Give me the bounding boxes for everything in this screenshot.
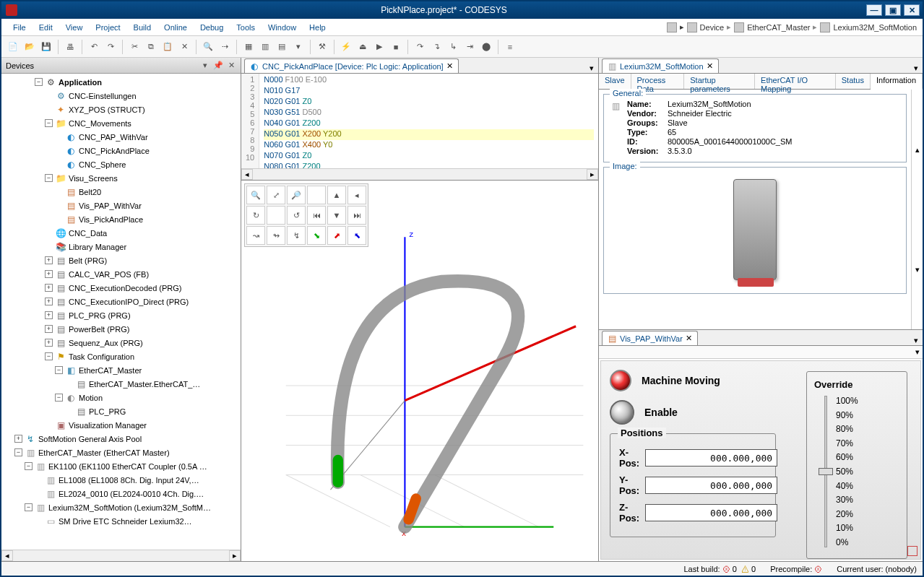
tree-item[interactable]: +CNC_ExecutionIPO_Direct (PRG) bbox=[4, 295, 241, 308]
menu-build[interactable]: Build bbox=[128, 22, 157, 33]
toggle2-btn[interactable]: ▥ bbox=[258, 40, 272, 54]
copy-btn[interactable]: ⧉ bbox=[144, 40, 158, 54]
find-btn[interactable]: 🔍 bbox=[201, 40, 215, 54]
toggle-btn[interactable]: ▦ bbox=[241, 40, 256, 54]
start-btn[interactable]: ▶ bbox=[372, 40, 387, 54]
toggle3-btn[interactable]: ▤ bbox=[275, 40, 289, 54]
subtab-status[interactable]: Status bbox=[836, 74, 871, 89]
resize-handle-icon[interactable] bbox=[907, 546, 917, 556]
subtab-ethercat-i-o-mapping[interactable]: EtherCAT I/O Mapping bbox=[755, 74, 836, 89]
tree-item[interactable]: EL2024_0010 (EL2024-0010 4Ch. Dig.… bbox=[4, 487, 241, 500]
tab-dropdown-icon[interactable]: ▾ bbox=[910, 336, 923, 345]
gcode-line[interactable]: N030 G51 D500 bbox=[264, 108, 594, 118]
logout-btn[interactable]: ⏏ bbox=[355, 40, 370, 54]
device-tree[interactable]: −ApplicationCNC-EinstellungenXYZ_POS (ST… bbox=[1, 74, 241, 550]
tab-gcode[interactable]: CNC_PickAndPlace [Device: Plc Logic: App… bbox=[244, 58, 459, 73]
tree-item[interactable]: +PLC_PRG (PRG) bbox=[4, 308, 241, 322]
subtab-process-data[interactable]: Process Data bbox=[631, 74, 685, 89]
path2-icon[interactable]: ↬ bbox=[267, 226, 285, 245]
last-icon[interactable]: ⏭ bbox=[347, 206, 366, 225]
gcode-line[interactable]: N010 G17 bbox=[264, 86, 594, 97]
open-btn[interactable]: 📂 bbox=[22, 40, 37, 54]
handle-icon[interactable]: ◂ bbox=[347, 186, 366, 204]
tree-item[interactable]: −Motion bbox=[4, 391, 241, 404]
expander-icon[interactable]: + bbox=[45, 339, 53, 347]
tab-info[interactable]: Lexium32M_SoftMotion ✕ bbox=[602, 58, 719, 73]
tree-item[interactable]: XYZ_POS (STRUCT) bbox=[4, 103, 241, 116]
tab-close-icon[interactable]: ✕ bbox=[446, 61, 454, 71]
visu-tools-icon[interactable]: ▾ bbox=[915, 347, 920, 357]
minimize-button[interactable]: — bbox=[866, 4, 882, 16]
tree-item[interactable]: Vis_PickAndPlace bbox=[4, 212, 241, 226]
misc-btn[interactable]: ≡ bbox=[503, 40, 517, 54]
expander-icon[interactable]: − bbox=[55, 394, 63, 402]
axis-xz-icon[interactable]: ⬈ bbox=[327, 226, 346, 245]
zoom-in-icon[interactable]: 🔍 bbox=[246, 186, 265, 204]
tree-item[interactable]: +Belt (PRG) bbox=[4, 253, 241, 267]
undo-btn[interactable]: ↶ bbox=[87, 40, 101, 54]
gcode-line[interactable]: N060 G01 X400 Y0 bbox=[264, 140, 594, 151]
menu-view[interactable]: View bbox=[60, 22, 89, 33]
menu-file[interactable]: File bbox=[7, 22, 32, 33]
tree-item[interactable]: EL1008 (EL1008 8Ch. Dig. Input 24V,… bbox=[4, 473, 241, 487]
tab-dropdown-icon[interactable]: ▾ bbox=[585, 64, 598, 73]
gcode-hscroll[interactable]: ◂▸ bbox=[241, 168, 598, 180]
gcode-line[interactable]: N070 G01 Z0 bbox=[264, 151, 594, 162]
close-button[interactable]: ✕ bbox=[904, 4, 920, 16]
expander-icon[interactable]: + bbox=[14, 435, 22, 443]
tab-dropdown-icon[interactable]: ▾ bbox=[910, 64, 923, 73]
expander-icon[interactable]: + bbox=[45, 284, 53, 292]
tree-item[interactable]: +CALC_VAR_POS (FB) bbox=[4, 267, 241, 281]
tree-item[interactable]: SM Drive ETC Schneider Lexium32… bbox=[4, 514, 241, 528]
tree-item[interactable]: +SoftMotion General Axis Pool bbox=[4, 432, 241, 446]
tree-item[interactable]: −EtherCAT_Master bbox=[4, 363, 241, 377]
tree-folder[interactable]: −Visu_Screens bbox=[4, 171, 241, 185]
tree-folder[interactable]: −CNC_Movements bbox=[4, 116, 241, 130]
menu-online[interactable]: Online bbox=[158, 22, 193, 33]
stepin-btn[interactable]: ↴ bbox=[429, 40, 444, 54]
tree-item[interactable]: CNC_PAP_WithVar bbox=[4, 130, 241, 144]
pin-icon[interactable]: 📌 bbox=[213, 61, 223, 71]
gcode-line[interactable]: N050 G01 X200 Y200 bbox=[264, 129, 594, 140]
menu-project[interactable]: Project bbox=[90, 22, 126, 33]
tab-close-icon[interactable]: ✕ bbox=[686, 334, 693, 343]
subtab-information[interactable]: Information bbox=[871, 74, 923, 90]
expander-icon[interactable]: − bbox=[35, 78, 43, 86]
dropdown-btn[interactable]: ▾ bbox=[291, 40, 306, 54]
expander-icon[interactable]: + bbox=[45, 298, 53, 305]
scroll-up-icon[interactable]: ▴ bbox=[912, 90, 923, 209]
build-btn[interactable]: ⚒ bbox=[315, 40, 329, 54]
rotate-x-icon[interactable]: ↻ bbox=[246, 206, 265, 225]
tree-item[interactable]: +Sequenz_Aux (PRG) bbox=[4, 336, 241, 350]
xpos-input[interactable] bbox=[645, 449, 777, 467]
axis-yz-icon[interactable]: ⬉ bbox=[347, 226, 366, 245]
findnext-btn[interactable]: ⇢ bbox=[217, 40, 232, 54]
subtab-startup-parameters[interactable]: Startup parameters bbox=[684, 74, 755, 89]
menu-debug[interactable]: Debug bbox=[194, 22, 229, 33]
expander-icon[interactable]: − bbox=[45, 119, 53, 127]
expander-icon[interactable]: − bbox=[45, 352, 53, 360]
gcode-line[interactable]: N020 G01 Z0 bbox=[264, 97, 594, 108]
first-icon[interactable]: ⏮ bbox=[307, 206, 326, 225]
ypos-input[interactable] bbox=[645, 477, 777, 494]
expander-icon[interactable]: + bbox=[45, 256, 53, 264]
stepover-btn[interactable]: ↷ bbox=[413, 40, 427, 54]
print-btn[interactable]: 🖶 bbox=[63, 40, 77, 54]
tree-item[interactable]: −EK1100 (EK1100 EtherCAT Coupler (0.5A … bbox=[4, 459, 241, 473]
menu-help[interactable]: Help bbox=[303, 22, 332, 33]
expander-icon[interactable]: − bbox=[25, 503, 33, 511]
tab-visu[interactable]: Vis_PAP_WithVar ✕ bbox=[602, 331, 698, 345]
stop-btn[interactable]: ■ bbox=[389, 40, 403, 54]
zoom-out-icon[interactable]: 🔎 bbox=[287, 186, 306, 204]
run-btn[interactable]: ⇥ bbox=[462, 40, 477, 54]
gcode-line[interactable]: N080 G01 Z200 bbox=[264, 162, 594, 168]
tree-item[interactable]: −EtherCAT_Master (EtherCAT Master) bbox=[4, 446, 241, 459]
subtab-slave[interactable]: Slave bbox=[599, 74, 631, 89]
zoom-auto-icon[interactable]: ⤢ bbox=[267, 186, 285, 204]
tree-hscroll[interactable]: ◂▸ bbox=[1, 550, 241, 561]
tree-item[interactable]: +CNC_ExecutionDecoded (PRG) bbox=[4, 281, 241, 295]
delete-btn[interactable]: ✕ bbox=[177, 40, 191, 54]
stepout-btn[interactable]: ↳ bbox=[446, 40, 460, 54]
tree-item[interactable]: Vis_PAP_WithVar bbox=[4, 199, 241, 212]
tab-close-icon[interactable]: ✕ bbox=[707, 61, 714, 71]
